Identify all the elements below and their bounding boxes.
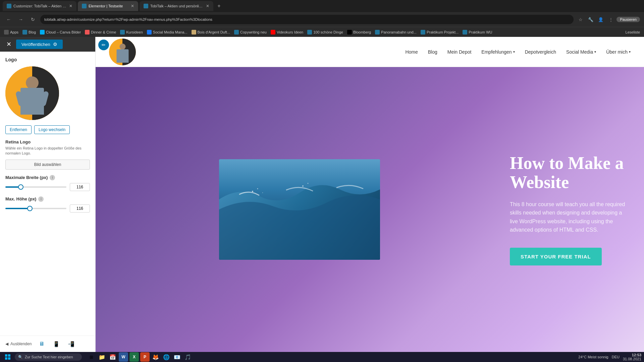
cta-button[interactable]: START YOUR FREE TRIAL — [510, 248, 602, 265]
address-text: tobitalk.at/wp-admin/customize.php?retur… — [44, 17, 212, 21]
main-layout: ✕ Veröffentlichen ⚙ Logo — [0, 37, 644, 352]
max-width-input[interactable]: 116 — [70, 183, 90, 191]
bookmark-panorama[interactable]: Panoramabahn und... — [375, 30, 417, 35]
taskbar-firefox[interactable]: 🦊 — [151, 352, 160, 362]
customizer-close-button[interactable]: ✕ — [4, 40, 13, 49]
height-slider-thumb[interactable] — [27, 206, 33, 211]
nav-depot[interactable]: Mein Depot — [447, 49, 472, 55]
bookmark-bois[interactable]: Bois d'Argent Duft... — [192, 30, 230, 35]
customizer-sidebar: ✕ Veröffentlichen ⚙ Logo — [0, 37, 96, 352]
reading-list-btn[interactable]: Leseliste — [626, 30, 640, 34]
select-image-button[interactable]: Bild auswählen — [5, 160, 90, 170]
pause-button[interactable]: Pausieren — [616, 17, 640, 22]
taskbar-powerpoint[interactable]: P — [140, 352, 150, 362]
nav-ueber-mich[interactable]: Über mich ▾ — [606, 49, 631, 55]
reload-button[interactable]: ↻ — [28, 15, 38, 24]
hero-content: How to Make a Website This 8 hour course… — [503, 67, 644, 352]
bookmark-icon — [22, 30, 27, 35]
browser-chrome: Customizer: TobiTalk – Aktien un... ✕ El… — [0, 0, 644, 27]
site-navigation: Home Blog Mein Depot Empfehlungen ▾ Depo… — [405, 49, 631, 55]
bookmark-label: Videokurs Ideen — [277, 30, 303, 34]
retina-logo-title: Retina Logo — [5, 139, 90, 144]
hero-title: How to Make a Website — [510, 154, 631, 192]
forward-button[interactable]: → — [16, 15, 25, 24]
publish-label: Veröffentlichen — [21, 42, 50, 47]
tablet-device-button[interactable]: 📱 — [52, 339, 61, 349]
nav-blog[interactable]: Blog — [428, 49, 437, 55]
publish-button[interactable]: Veröffentlichen ⚙ — [16, 40, 63, 49]
bookmark-kursideen[interactable]: Kursideen — [120, 30, 143, 35]
browser-tab-3[interactable]: TobiTalk – Aktien und persönlich... ✕ — [140, 1, 213, 11]
bookmark-praktikum-wu[interactable]: Praktikum WU — [463, 30, 492, 35]
taskbar-app-8[interactable]: 🎵 — [183, 352, 193, 362]
user-profile-button[interactable]: 👤 — [596, 15, 605, 24]
bookmark-blog[interactable]: Blog — [22, 30, 36, 35]
bookmark-100[interactable]: 100 schöne Dinge — [307, 30, 343, 35]
taskbar-task-view[interactable]: ⊞ — [87, 352, 96, 362]
max-width-info-icon[interactable]: i — [50, 175, 55, 180]
website-preview: ✏ Home Blog Mein Depot — [96, 37, 644, 352]
back-button[interactable]: ← — [4, 15, 13, 24]
bookmark-videokurs[interactable]: Videokurs Ideen — [271, 30, 303, 35]
taskbar-word[interactable]: W — [119, 352, 128, 362]
tab-close-2[interactable]: ✕ — [131, 4, 134, 8]
nav-depotvergleich[interactable]: Depotvergleich — [525, 49, 556, 55]
start-button[interactable] — [3, 353, 13, 361]
tab-close-3[interactable]: ✕ — [206, 4, 209, 8]
desktop-device-button[interactable]: 🖥 — [37, 339, 46, 349]
hide-label: Ausblenden — [10, 342, 32, 346]
bookmark-icon — [40, 30, 45, 35]
browser-tab-2[interactable]: Elementor | Testseite ✕ — [78, 1, 138, 11]
taskbar-excel[interactable]: X — [129, 352, 139, 362]
entfernen-button[interactable]: Entfernen — [5, 125, 32, 134]
slider-label-row-width: Maximale Breite (px) i — [5, 175, 90, 180]
bookmark-social[interactable]: Social Media Mana... — [147, 30, 187, 35]
bookmark-apps[interactable]: Apps — [4, 30, 18, 35]
taskbar-search[interactable]: 🔍 Zur Suche Text hier eingeben — [15, 353, 82, 361]
nav-home[interactable]: Home — [405, 49, 418, 55]
width-slider-thumb[interactable] — [18, 184, 23, 190]
tab-close-1[interactable]: ✕ — [69, 4, 72, 8]
nav-social-media[interactable]: Social Media ▾ — [566, 49, 596, 55]
max-height-input[interactable]: 116 — [70, 204, 90, 213]
bookmark-praktikum[interactable]: Praktikum Projekt... — [421, 30, 459, 35]
bookmark-icon — [4, 30, 9, 35]
nav-empfehlungen[interactable]: Empfehlungen ▾ — [481, 49, 515, 55]
taskbar-calendar[interactable]: 📅 — [108, 352, 117, 362]
bookmark-star-button[interactable]: ☆ — [576, 15, 585, 24]
taskbar-file-explorer[interactable]: 📁 — [97, 352, 107, 362]
mobile-device-button[interactable]: 📲 — [66, 339, 76, 349]
bookmark-icon — [85, 30, 90, 35]
logo-preview-container — [5, 66, 90, 120]
max-height-info-icon[interactable]: i — [38, 196, 44, 202]
bookmark-bloomberg[interactable]: Bloomberg — [347, 30, 371, 35]
address-bar[interactable]: tobitalk.at/wp-admin/customize.php?retur… — [40, 15, 574, 24]
taskbar-app-7[interactable]: 📧 — [172, 352, 182, 362]
extensions-button[interactable]: 🔧 — [586, 15, 595, 24]
svg-point-7 — [307, 183, 308, 184]
bookmark-copywriting[interactable]: Copywriting neu — [234, 30, 267, 35]
windows-logo-icon — [5, 354, 10, 360]
browser-tab-1[interactable]: Customizer: TobiTalk – Aktien un... ✕ — [3, 1, 76, 11]
height-slider-track[interactable] — [5, 208, 66, 209]
hide-arrow-icon: ◀ — [5, 342, 8, 346]
language-indicator: DEU — [612, 355, 620, 359]
taskbar-chrome[interactable]: 🌐 — [162, 352, 171, 362]
tab-title-2: Elementor | Testseite — [89, 4, 129, 8]
width-slider-track[interactable] — [5, 186, 66, 188]
bookmark-label: Cloud – Canva Bilder — [46, 30, 81, 34]
logo-wechseln-button[interactable]: Logo wechseln — [34, 125, 70, 134]
hide-button[interactable]: ◀ Ausblenden — [5, 342, 32, 346]
edit-pencil-button[interactable]: ✏ — [98, 40, 109, 50]
new-tab-button[interactable]: + — [215, 2, 223, 10]
retina-logo-desc: Wähle ein Retina Logo in doppelter Größe… — [5, 146, 90, 156]
taskbar-date-display: 31.08.2021 — [623, 357, 641, 361]
site-logo-wrapper — [109, 39, 136, 65]
bookmark-icon — [271, 30, 275, 35]
menu-button[interactable]: ⋮ — [606, 15, 615, 24]
bookmark-cloud[interactable]: Cloud – Canva Bilder — [40, 30, 81, 35]
taskbar: 🔍 Zur Suche Text hier eingeben ⊞ 📁 📅 W X… — [0, 352, 644, 362]
bookmark-dinner[interactable]: Dinner & Crime — [85, 30, 116, 35]
logo-section-label: Logo — [5, 57, 90, 62]
tab-favicon-3 — [144, 4, 148, 8]
